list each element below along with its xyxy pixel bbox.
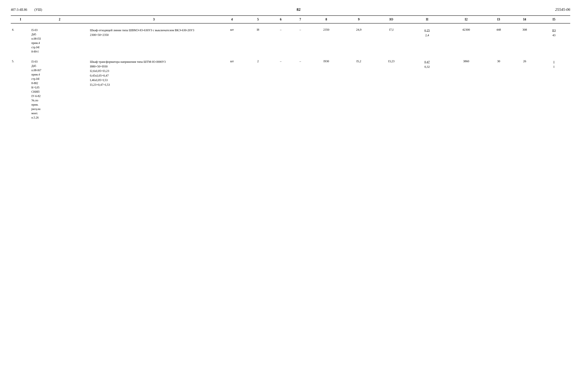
main-table: I 2 3 4 5 6 7 8 9 IO II I2 I3 I4 I5 [11,15,570,121]
row-4-number: 4. [11,27,30,55]
row-4-col11-val1: 6,25 [424,29,430,32]
header-doc-type: (УШ) [34,8,42,12]
row-5-col9: I5,2 [342,58,375,121]
row-5-col11-val1: 0,47 [424,60,430,64]
row-5-ref: I5-03Д45п.08-I67прим.4стр.I4I8-882К=I,05… [30,58,89,121]
col-header-5: 5 [245,15,271,23]
header-page-number: 82 [296,7,300,12]
row-5-col10: I3,23 [375,58,408,121]
col-header-6: 6 [271,15,290,23]
row-5-col5: 2 [245,58,271,121]
col-header-10: IO [375,15,408,23]
col-header-13: I3 [486,15,512,23]
col-header-3: 3 [89,15,219,23]
row-4-col9: 24,9 [342,27,375,55]
row-5-col4: шт [219,58,245,121]
header-doc-id: 25545-06 [555,7,570,12]
col-header-9: 9 [342,15,375,23]
col-header-14: I4 [512,15,538,23]
row-5-col8: I930 [310,58,342,121]
row-5-col12: 3860 [446,58,486,121]
table-row: 4. I5-03Д45п.08-I5Iприм.4стр.I4I8-89-I Ш… [11,27,570,55]
row-4-col15-val1: II3 [552,29,556,32]
row-4-col8: 2350 [310,27,342,55]
row-5-col13: 30 [486,58,512,121]
row-5-col6: – [271,58,290,121]
row-5-col7: – [290,58,310,121]
row-4-col15: II343 [538,27,570,55]
col-header-8: 8 [310,15,342,23]
row-5-desc: Шкаф трансформатора напряжения типа ШТМ-… [89,58,219,121]
spacer-row-2 [11,55,570,58]
row-4-desc: Шкаф отходящей линии типа ШВМЭ-IO-630УЗ … [89,27,219,55]
row-4-col11: 6,252,4 [408,27,446,55]
table-row: 5. I5-03Д45п.08-I67прим.4стр.I4I8-882К=I… [11,58,570,121]
col-header-11: II [408,15,446,23]
row-4-col6: – [271,27,290,55]
row-4-col4: шт [219,27,245,55]
col-header-12: I2 [446,15,486,23]
table-header-row: I 2 3 4 5 6 7 8 9 IO II I2 I3 I4 I5 [11,15,570,23]
row-4-col10: I7,I [375,27,408,55]
col-header-7: 7 [290,15,310,23]
row-5-col15-val1: I [554,60,554,64]
row-5-number: 5. [11,58,30,121]
row-4-col13: 448 [486,27,512,55]
col-header-15: I5 [538,15,570,23]
col-header-4: 4 [219,15,245,23]
spacer-row-1 [11,23,570,27]
row-5-col11: 0,470,32 [408,58,446,121]
col-header-1: I [11,15,30,23]
col-header-2: 2 [30,15,89,23]
row-4-col5: I8 [245,27,271,55]
row-5-col15: II [538,58,570,121]
row-5-col14: 26 [512,58,538,121]
row-4-col14: 308 [512,27,538,55]
page-header: 407-3-4II.86 (УШ) 82 25545-06 [11,7,570,12]
header-doc-number: 407-3-4II.86 [11,8,27,12]
row-4-ref: I5-03Д45п.08-I5Iприм.4стр.I4I8-89-I [30,27,89,55]
row-4-col7: – [290,27,310,55]
row-4-col12: 42300 [446,27,486,55]
main-table-wrapper: I 2 3 4 5 6 7 8 9 IO II I2 I3 I4 I5 [11,15,570,121]
